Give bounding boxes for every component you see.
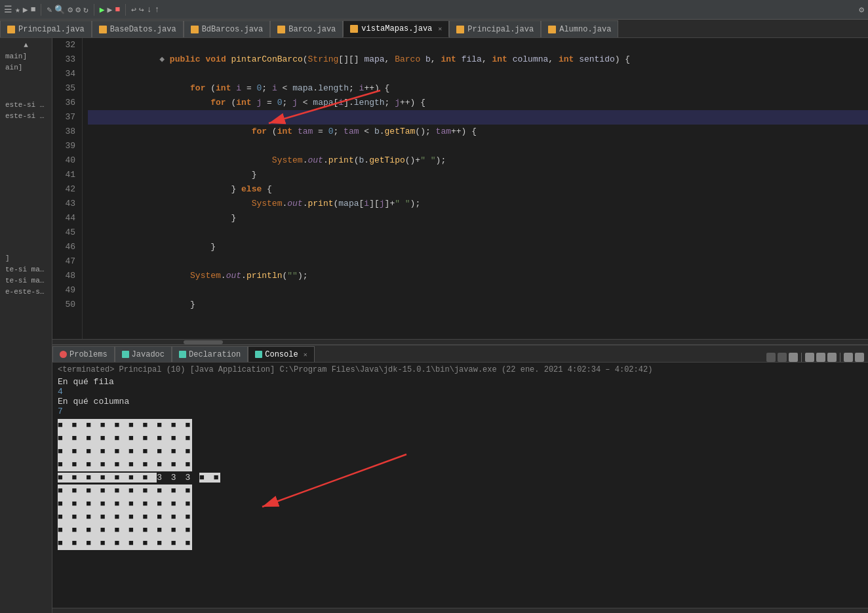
- console-line-4: 7: [58, 406, 863, 416]
- sidebar-item-4: este-si ma: [4, 111, 48, 121]
- sidebar-item-2: ain]: [4, 63, 48, 72]
- grid-row-7: ■ ■ ■ ■ ■ ■ ■ ■ ■ ■: [58, 498, 192, 511]
- line-num-46: 46: [56, 240, 75, 254]
- toolbar-icon-5[interactable]: ✎: [47, 5, 52, 15]
- console-grid: ■ ■ ■ ■ ■ ■ ■ ■ ■ ■ ■ ■ ■ ■ ■ ■ ■ ■ ■ ■ …: [58, 419, 863, 550]
- tab-vistaMapas[interactable]: vistaMapas.java ✕: [343, 20, 449, 37]
- bottom-tab-console[interactable]: Console ✕: [248, 346, 314, 362]
- code-line-39: System.out.print(b.getTipo()+" ");: [88, 139, 868, 153]
- grid-row-3: ■ ■ ■ ■ ■ ■ ■ ■ ■ ■: [58, 445, 192, 458]
- problems-icon: [60, 351, 67, 358]
- console-toolbar-icon-4[interactable]: [805, 353, 814, 362]
- tab-principal-1[interactable]: Principal.java: [0, 20, 92, 37]
- console-label: Console: [265, 350, 298, 359]
- console-tab-close[interactable]: ✕: [304, 351, 307, 359]
- console-toolbar-icon-3[interactable]: [789, 353, 798, 362]
- line-num-43: 43: [56, 197, 75, 211]
- line-num-36: 36: [56, 96, 75, 110]
- toolbar-icon-12[interactable]: ■: [115, 5, 120, 14]
- toolbar-icon-15[interactable]: ↓: [147, 5, 152, 14]
- tab-icon-1: [7, 26, 15, 33]
- tab-alumno[interactable]: Alumno.java: [541, 20, 618, 37]
- grid-row-2: ■ ■ ■ ■ ■ ■ ■ ■ ■ ■: [58, 432, 192, 445]
- grid-row-5: ■ ■ ■ ■ ■ ■ ■ 3 3 3 ■ ■: [58, 471, 220, 484]
- toolbar-icon-8[interactable]: ⚙: [75, 5, 81, 15]
- tab-label-7: Alumno.java: [559, 25, 611, 34]
- toolbar-icon-1[interactable]: ☰: [4, 4, 12, 15]
- console-h-scrollbar[interactable]: [52, 608, 868, 613]
- toolbar-icon-14[interactable]: ↪: [139, 5, 144, 15]
- tab-icon-5: [350, 25, 358, 33]
- code-line-36: if (i == fila && j == columna) {: [88, 96, 868, 110]
- code-line-40: }: [88, 153, 868, 168]
- grid-row-10: ■ ■ ■ ■ ■ ■ ■ ■ ■ ■: [58, 537, 192, 550]
- code-line-46: [88, 240, 868, 254]
- bottom-tab-javadoc[interactable]: Javadoc: [115, 346, 172, 362]
- line-num-47: 47: [56, 254, 75, 269]
- console-toolbar-icon-8[interactable]: [855, 353, 864, 362]
- code-editor: 32 33 34 35 36 37 38 39 40 41 42 43 44 4…: [52, 38, 868, 339]
- line-numbers: 32 33 34 35 36 37 38 39 40 41 42 43 44 4…: [52, 38, 83, 339]
- code-line-42: System.out.print(mapa[i][j]+" ");: [88, 182, 868, 197]
- console-toolbar-icon-7[interactable]: [844, 353, 853, 362]
- line-num-45: 45: [56, 226, 75, 240]
- grid-row-8: ■ ■ ■ ■ ■ ■ ■ ■ ■ ■: [58, 511, 192, 524]
- tab-bdbarcos[interactable]: BdBarcos.java: [184, 20, 271, 37]
- tab-barco[interactable]: Barco.java: [270, 20, 343, 37]
- toolbar-icon-6[interactable]: 🔍: [54, 5, 65, 15]
- console-toolbar-icon-5[interactable]: [816, 353, 825, 362]
- grid-row-1: ■ ■ ■ ■ ■ ■ ■ ■ ■ ■: [58, 419, 192, 432]
- toolbar-icon-16[interactable]: ↑: [155, 5, 160, 14]
- code-line-45: }: [88, 226, 868, 240]
- tab-label-1: Principal.java: [18, 25, 85, 34]
- toolbar-icon-4[interactable]: ■: [31, 5, 36, 14]
- line-num-50: 50: [56, 298, 75, 312]
- toolbar-separator-2: [94, 4, 94, 16]
- toolbar-separator-3: [125, 4, 126, 16]
- console-terminated-line: <terminated> Principal (10) [Java Applic…: [58, 365, 863, 374]
- tab-principal-2[interactable]: Principal.java: [449, 20, 541, 37]
- code-line-43: }: [88, 197, 868, 211]
- line-num-35: 35: [56, 81, 75, 96]
- code-h-scrollbar[interactable]: [52, 339, 868, 344]
- line-num-44: 44: [56, 211, 75, 226]
- toolbar-icon-3[interactable]: ▶: [23, 5, 28, 15]
- console-line-3: En qué columna: [58, 397, 863, 406]
- line-num-49: 49: [56, 283, 75, 298]
- toolbar-icon-13[interactable]: ↩: [131, 5, 136, 15]
- code-line-48: [88, 269, 868, 283]
- tab-close-5[interactable]: ✕: [438, 25, 442, 33]
- console-toolbar-icon-6[interactable]: [827, 353, 837, 362]
- console-output[interactable]: <terminated> Principal (10) [Java Applic…: [52, 363, 868, 608]
- console-toolbar-sep-1: [801, 353, 802, 362]
- left-sidebar: ▲ main] ain] este-si ma este-si ma ] te-…: [0, 38, 52, 613]
- line-num-37: 37: [56, 110, 75, 125]
- app-root: ☰ ★ ▶ ■ ✎ 🔍 ⚙ ⚙ ↻ ▶ ▶ ■ ↩ ↪ ↓ ↑ ⚙ Princi…: [0, 0, 868, 613]
- sidebar-scroll-up[interactable]: ▲: [4, 41, 48, 50]
- console-toolbar-icon-1[interactable]: [766, 353, 776, 362]
- toolbar-icon-10[interactable]: ▶: [100, 5, 105, 15]
- code-line-50: [88, 298, 868, 312]
- tab-label-4: Barco.java: [288, 25, 336, 34]
- bottom-tab-declaration[interactable]: Declaration: [172, 346, 248, 362]
- toolbar-icon-9[interactable]: ↻: [83, 5, 89, 15]
- console-toolbar-icon-2[interactable]: [778, 353, 787, 362]
- bottom-tab-problems[interactable]: Problems: [52, 346, 115, 362]
- toolbar-icon-7[interactable]: ⚙: [68, 5, 73, 15]
- tab-icon-2: [99, 26, 107, 33]
- toolbar-icon-17[interactable]: ⚙: [859, 5, 864, 15]
- code-content[interactable]: ◆ public void pintarConBarco(String[][] …: [83, 38, 868, 339]
- bottom-tabs: Problems Javadoc Declaration Consol: [52, 345, 315, 362]
- toolbar-icon-11[interactable]: ▶: [108, 5, 113, 15]
- line-num-39: 39: [56, 139, 75, 153]
- sidebar-item-6: te-si mair: [4, 265, 48, 274]
- bottom-tabs-bar: Problems Javadoc Declaration Consol: [52, 346, 868, 363]
- grid-row-6: ■ ■ ■ ■ ■ ■ ■ ■ ■ ■: [58, 484, 192, 498]
- grid-row-4: ■ ■ ■ ■ ■ ■ ■ ■ ■ ■: [58, 458, 192, 471]
- tab-icon-3: [191, 26, 199, 33]
- toolbar-icon-2[interactable]: ★: [15, 5, 20, 15]
- tab-basedatos[interactable]: BaseDatos.java: [92, 20, 184, 37]
- sidebar-item-8: e-este-si r: [4, 287, 48, 296]
- tab-label-3: BdBarcos.java: [202, 25, 264, 34]
- console-toolbar-sep-2: [840, 353, 840, 362]
